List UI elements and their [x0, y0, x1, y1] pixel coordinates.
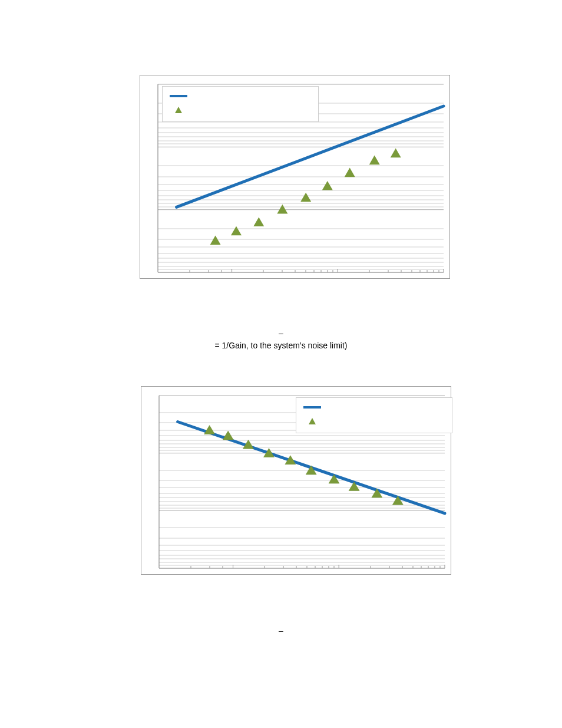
legend-line-icon — [170, 95, 187, 97]
figure-2-caption: – — [75, 625, 487, 637]
legend-triangle-icon — [175, 107, 182, 113]
triangle-icon — [253, 218, 264, 227]
page: – = 1/Gain, to the system’s noise limit) — [0, 0, 562, 728]
triangle-icon — [223, 431, 233, 440]
triangle-icon — [369, 156, 380, 165]
legend-entry-theory — [167, 90, 313, 102]
triangle-icon — [231, 226, 242, 236]
triangle-icon — [391, 149, 401, 158]
triangle-icon — [345, 168, 355, 177]
caption-line: – — [75, 327, 487, 340]
legend-entry-meas — [301, 413, 447, 429]
caption-line: – — [75, 625, 487, 637]
legend-entry-theory — [301, 401, 447, 413]
triangle-icon — [300, 193, 311, 202]
triangle-icon — [322, 181, 333, 190]
triangle-icon — [277, 205, 287, 214]
triangle-icon — [210, 236, 221, 245]
chart-1 — [140, 75, 450, 279]
triangle-icon — [204, 426, 215, 434]
chart-2 — [141, 386, 451, 575]
legend-entry-meas — [167, 102, 313, 118]
scatter-triangles — [210, 149, 401, 245]
legend-triangle-icon — [309, 418, 316, 424]
caption-line: = 1/Gain, to the system’s noise limit) — [75, 340, 487, 352]
figure-1-caption: – = 1/Gain, to the system’s noise limit) — [75, 327, 487, 352]
chart-1-legend — [162, 86, 319, 122]
legend-line-icon — [303, 406, 321, 409]
chart-2-legend — [296, 397, 452, 433]
